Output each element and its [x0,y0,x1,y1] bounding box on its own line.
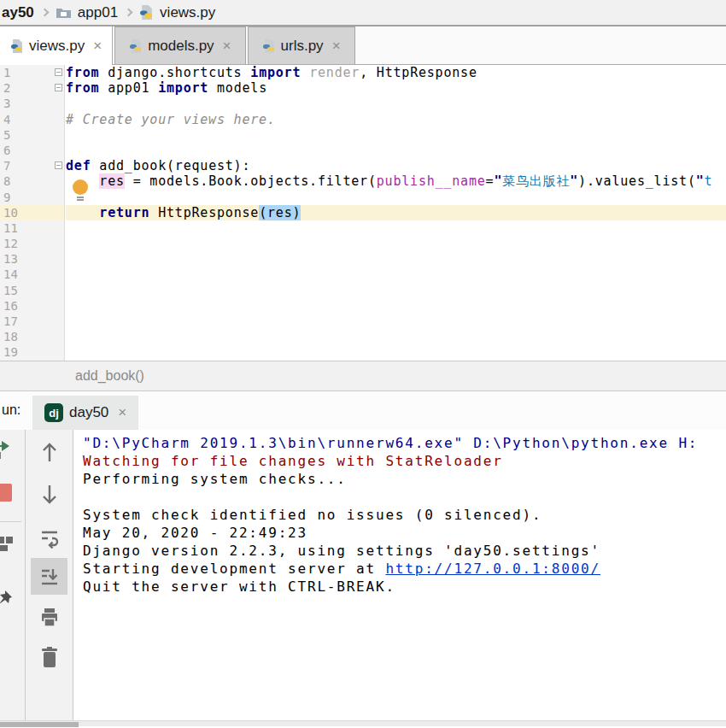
text-segment: 菜鸟出版社 [502,173,570,189]
line-number: 19 [0,344,64,360]
breadcrumb-project[interactable]: ay50 [2,4,34,21]
chevron-right-icon [40,9,49,17]
code-area[interactable]: from django.shortcuts import render, Htt… [66,65,726,361]
code-line[interactable]: from app01 import models [66,80,726,96]
print-icon[interactable] [39,607,60,629]
console-line: Watching for file changes with StatReloa… [83,452,726,470]
django-run-config-icon: dj [44,403,63,422]
run-console[interactable]: "D:\PyCharm 2019.1.3\bin\runnerw64.exe" … [73,430,726,720]
code-line[interactable]: return HttpResponse(res) [66,205,726,220]
python-file-icon [262,39,276,53]
close-icon[interactable]: × [93,38,102,55]
soft-wrap-icon[interactable] [39,528,60,549]
stop-icon[interactable] [0,484,12,502]
text-segment: Watching for file changes with StatReloa… [83,453,503,469]
tab-models-py[interactable]: models.py × [114,26,245,64]
text-segment: System check identified no issues (0 sil… [83,507,542,523]
fold-marker-icon[interactable] [55,84,62,91]
scroll-to-end-icon[interactable] [39,567,60,587]
code-editor[interactable]: 12345678910111213141516171819 from djang… [0,65,726,361]
run-tab-day50[interactable]: dj day50 × [32,396,138,430]
text-segment: import [250,65,301,80]
code-line[interactable]: from django.shortcuts import render, Htt… [66,65,726,80]
line-number: 8 [0,173,64,189]
context-function[interactable]: add_book() [75,368,144,384]
code-line[interactable] [66,236,726,251]
code-line[interactable] [66,251,726,267]
tab-urls-py[interactable]: urls.py × [248,26,355,64]
console-toolbar [26,430,73,720]
text-segment: models [208,80,267,96]
text-segment: Performing system checks... [83,471,347,487]
rerun-icon[interactable] [0,438,14,459]
text-segment: (res) [259,205,301,220]
up-stack-trace-icon[interactable] [40,441,59,463]
close-icon[interactable]: × [118,404,126,421]
code-line[interactable] [66,190,726,205]
line-number: 14 [0,267,64,282]
text-segment: res [99,173,125,189]
text-segment: add_book(request): [91,158,251,173]
line-number: 13 [0,251,64,267]
code-line[interactable] [66,143,726,158]
code-line[interactable] [66,267,726,282]
text-segment: Starting development server at [83,561,385,577]
text-segment: " [570,173,578,189]
server-url-link[interactable]: http://127.0.0.1:8000/ [385,561,600,577]
line-number: 12 [0,236,64,251]
python-file-icon [10,39,24,53]
intention-bulb-icon[interactable] [72,179,89,203]
run-toolwindow-body: "D:\PyCharm 2019.1.3\bin\runnerw64.exe" … [0,430,726,720]
chevron-right-icon [125,9,133,17]
text-segment: , HttpResponse [360,65,477,80]
breadcrumb: ay50 app01 views.py [0,0,726,26]
line-number: 7 [0,158,64,173]
text-segment: " [494,173,502,189]
breadcrumb-package[interactable]: app01 [78,4,118,21]
code-line[interactable] [66,283,726,298]
fold-marker-icon[interactable] [55,68,62,76]
code-line[interactable] [66,298,726,314]
pin-icon[interactable] [0,589,15,613]
horizontal-scrollbar[interactable] [0,720,726,726]
breadcrumb-file[interactable]: views.py [160,4,215,21]
restore-layout-icon[interactable] [0,534,15,555]
line-number: 5 [0,127,64,143]
console-line: Starting development server at http://12… [83,560,726,578]
fold-marker-icon[interactable] [55,161,62,169]
code-line[interactable]: def add_book(request): [66,158,726,173]
code-line[interactable] [66,127,726,143]
text-segment: from [66,80,99,96]
python-file-icon [139,5,154,20]
down-stack-trace-icon[interactable] [40,484,59,506]
text-segment: Quit the server with CTRL-BREAK. [83,578,395,595]
text-segment: ).values_list( [578,173,696,189]
close-icon[interactable]: × [223,38,231,55]
line-number: 16 [0,298,64,314]
text-segment: from [66,65,99,80]
code-line[interactable] [66,220,726,236]
text-segment: def [66,158,91,173]
folder-icon [56,6,72,19]
code-line[interactable]: # Create your views here. [66,112,726,127]
run-toolbar-left [0,430,26,720]
code-line[interactable] [66,314,726,329]
code-line[interactable] [66,344,726,360]
clear-console-icon[interactable] [40,646,59,670]
code-line[interactable] [66,96,726,111]
line-number: 17 [0,314,64,329]
code-line[interactable]: res = models.Book.objects.filter(publish… [66,173,726,189]
tab-views-py[interactable]: views.py × [0,26,113,65]
text-segment: HttpResponse [149,205,259,220]
run-label: un: [2,402,20,418]
console-line: Django version 2.2.3, using settings 'da… [83,542,726,560]
code-line[interactable] [66,329,726,344]
scrollbar-thumb[interactable] [0,722,79,727]
text-segment: render [309,65,360,80]
line-number: 18 [0,329,64,344]
console-line [83,488,726,506]
text-segment: Django version 2.2.3, using settings 'da… [83,543,600,559]
pycharm-window: ay50 app01 views.py views.py × models.py… [0,0,726,728]
close-icon[interactable]: × [332,38,341,55]
console-line: "D:\PyCharm 2019.1.3\bin\runnerw64.exe" … [83,434,726,452]
